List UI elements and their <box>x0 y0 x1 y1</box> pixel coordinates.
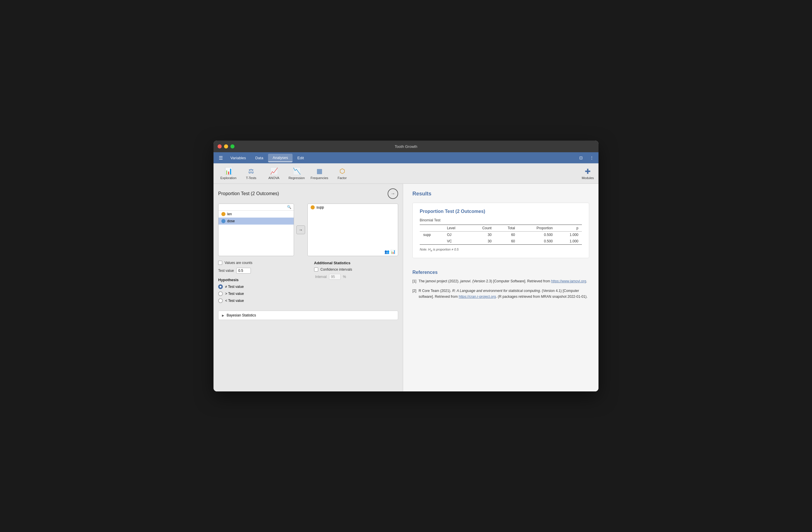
additional-stats-title: Additional Statistics <box>314 261 398 265</box>
minimize-button[interactable] <box>224 144 228 148</box>
transfer-button-container: → <box>296 204 305 256</box>
cell-total-oj: 60 <box>495 232 518 238</box>
menu-data[interactable]: Data <box>250 154 268 162</box>
toolbar-exploration[interactable]: 📊 Exploration <box>218 165 238 182</box>
menu-analyses[interactable]: Analyses <box>268 154 293 162</box>
test-value-input[interactable] <box>236 268 251 274</box>
regression-icon: 📉 <box>293 168 301 175</box>
panel-title: Proportion Test (2 Outcomes) <box>218 191 279 196</box>
close-button[interactable] <box>218 144 222 148</box>
cell-proportion-vc: 0.500 <box>519 238 556 245</box>
ref-2-text: R Core Team (2021). R: A Language and en… <box>419 288 589 299</box>
menu-more-icon[interactable]: ⋮ <box>588 154 596 161</box>
var-item-dose[interactable]: dose <box>218 218 294 225</box>
col-total: Total <box>495 225 518 232</box>
toolbar-anova[interactable]: 📈 ANOVA <box>264 165 284 182</box>
table-note: Note. Ha is proportion ≠ 0.5 <box>420 248 582 252</box>
radio-neq[interactable] <box>218 284 223 289</box>
modules-label: Modules <box>582 176 594 180</box>
toolbar-factor[interactable]: ⬡ Factor <box>332 165 352 182</box>
hypothesis-title: Hypothesis <box>218 278 303 282</box>
chevron-right-icon: ▶ <box>222 314 224 317</box>
panel-header: Proportion Test (2 Outcomes) → <box>218 188 398 199</box>
ci-label: Confidence intervals <box>321 268 352 272</box>
search-icon: 🔍 <box>287 205 291 209</box>
right-panel: Results Proportion Test (2 Outcomes) Bin… <box>403 184 598 391</box>
target-nominal-icon <box>310 205 315 210</box>
frequencies-label: Frequencies <box>310 176 329 180</box>
left-panel: Proportion Test (2 Outcomes) → 🔍 len <box>214 184 403 391</box>
toolbar: 📊 Exploration ⚖ T-Tests 📈 ANOVA 📉 Regres… <box>214 163 598 184</box>
binomial-test-table: Level Count Total Proportion p supp OJ 3… <box>420 225 582 245</box>
app-window: Tooth Growth ☰ Variables Data Analyses E… <box>214 141 598 391</box>
toolbar-right: ✚ Modules <box>582 168 594 180</box>
table-row: supp OJ 30 60 0.500 1.000 <box>420 232 582 238</box>
regression-label: Regression <box>288 176 305 180</box>
var-item-len[interactable]: len <box>218 211 294 218</box>
ci-checkbox[interactable] <box>314 268 318 272</box>
results-title: Results <box>412 191 589 197</box>
bayesian-label: Bayesian Statistics <box>227 313 256 317</box>
go-button[interactable]: → <box>388 188 398 199</box>
menu-edit[interactable]: Edit <box>292 154 308 162</box>
menu-view-icon[interactable]: ⊡ <box>577 154 585 161</box>
radio-gt[interactable] <box>218 291 223 296</box>
values-counts-label: Values are counts <box>224 261 252 265</box>
ref-2-link[interactable]: https://cran.r-project.org <box>459 294 496 299</box>
confidence-intervals-row: Confidence intervals <box>314 268 398 272</box>
modules-plus-icon: ✚ <box>585 168 591 176</box>
variables-area: 🔍 len dose → <box>218 204 398 256</box>
additional-stats: Additional Statistics Confidence interva… <box>314 261 398 308</box>
target-variables: supp 👥 📊 <box>307 204 398 256</box>
maximize-button[interactable] <box>230 144 234 148</box>
nominal-icon <box>221 212 226 216</box>
exploration-label: Exploration <box>220 176 236 180</box>
hypothesis-neq[interactable]: ≠ Test value <box>218 284 303 289</box>
table-subtitle: Binomial Test <box>420 218 582 222</box>
reference-1: [1] The jamovi project (2022). jamovi. (… <box>412 278 589 284</box>
titlebar: Tooth Growth <box>214 141 598 152</box>
t-tests-icon: ⚖ <box>248 168 254 175</box>
hypothesis-lt[interactable]: < Test value <box>218 298 303 303</box>
hypothesis-gt[interactable]: > Test value <box>218 291 303 296</box>
anova-icon: 📈 <box>270 168 278 175</box>
main-content: Proportion Test (2 Outcomes) → 🔍 len <box>214 184 598 391</box>
menu-right-actions: ⊡ ⋮ <box>577 154 596 161</box>
search-input[interactable] <box>221 205 286 209</box>
t-tests-label: T-Tests <box>246 176 256 180</box>
factor-label: Factor <box>337 176 347 180</box>
ordinal-icon <box>221 219 226 223</box>
references-title: References <box>412 270 589 275</box>
col-level: Level <box>443 225 468 232</box>
toolbar-frequencies[interactable]: ▦ Frequencies <box>309 165 330 182</box>
radio-lt[interactable] <box>218 298 223 303</box>
window-controls <box>218 144 234 148</box>
transfer-button[interactable]: → <box>296 226 305 234</box>
bayesian-section: ▶ Bayesian Statistics <box>218 311 398 320</box>
cell-total-vc: 60 <box>495 238 518 245</box>
hypothesis-neq-label: ≠ Test value <box>225 285 244 289</box>
chart-icon: 📊 <box>391 249 395 254</box>
modules-button[interactable]: ✚ Modules <box>582 168 594 180</box>
hypothesis-gt-label: > Test value <box>225 292 244 296</box>
values-counts-checkbox[interactable] <box>218 261 222 265</box>
col-proportion: Proportion <box>519 225 556 232</box>
hamburger-icon[interactable]: ☰ <box>216 154 226 162</box>
hypothesis-lt-label: < Test value <box>225 299 244 303</box>
proportion-test-results: Proportion Test (2 Outcomes) Binomial Te… <box>412 203 589 258</box>
ref-1-link[interactable]: https://www.jamovi.org <box>551 279 586 283</box>
ref-1-text: The jamovi project (2022). jamovi. (Vers… <box>419 278 587 284</box>
target-item-supp[interactable]: supp <box>308 204 398 211</box>
ref-2-num: [2] <box>412 288 416 299</box>
interval-input[interactable] <box>329 274 341 280</box>
toolbar-regression[interactable]: 📉 Regression <box>286 165 307 182</box>
cell-level-oj: OJ <box>443 232 468 238</box>
test-value-row: Test value <box>218 268 303 274</box>
cell-count-vc: 30 <box>468 238 495 245</box>
cell-proportion-oj: 0.500 <box>519 232 556 238</box>
bayesian-header[interactable]: ▶ Bayesian Statistics <box>218 311 398 320</box>
toolbar-t-tests[interactable]: ⚖ T-Tests <box>241 165 261 182</box>
menu-variables[interactable]: Variables <box>226 154 250 162</box>
menubar: ☰ Variables Data Analyses Edit ⊡ ⋮ <box>214 152 598 163</box>
values-counts-option: Values are counts <box>218 261 303 265</box>
